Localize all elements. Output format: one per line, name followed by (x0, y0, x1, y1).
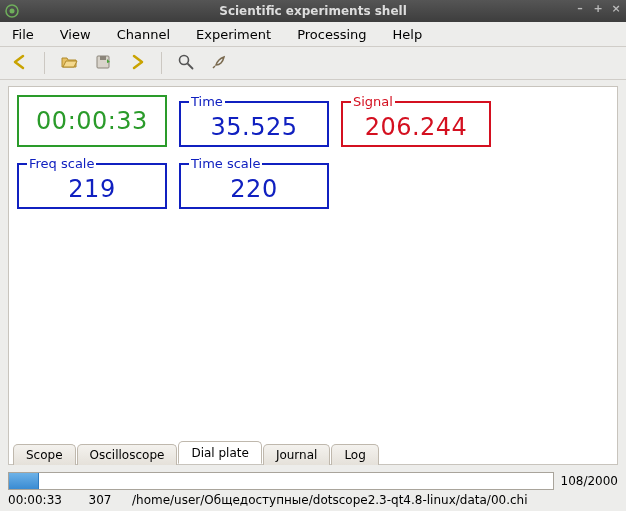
tab-log[interactable]: Log (331, 444, 378, 465)
readout-elapsed: 00:00:33 (17, 95, 167, 147)
readout-time-scale-label: Time scale (189, 157, 262, 170)
forward-button[interactable] (123, 49, 151, 77)
progress-bar[interactable] (8, 472, 554, 490)
readout-time-scale: Time scale 220 (179, 157, 329, 209)
zoom-icon (177, 53, 195, 74)
readout-time: Time 35.525 (179, 95, 329, 147)
minimize-button[interactable]: – (574, 2, 586, 15)
svg-point-4 (180, 55, 189, 64)
save-icon (94, 53, 112, 74)
menubar: File View Channel Experiment Processing … (0, 22, 626, 47)
app-icon (4, 3, 20, 19)
menu-processing[interactable]: Processing (291, 25, 372, 44)
readout-time-scale-value: 220 (230, 175, 277, 203)
readout-signal-value: 206.244 (365, 113, 468, 141)
menu-experiment[interactable]: Experiment (190, 25, 277, 44)
toolbar-separator (44, 52, 45, 74)
zoom-button[interactable] (172, 49, 200, 77)
readout-freq-scale-value: 219 (68, 175, 115, 203)
toolbar-separator (161, 52, 162, 74)
tab-oscilloscope[interactable]: Oscilloscope (77, 444, 178, 465)
tool-button[interactable] (206, 49, 234, 77)
maximize-button[interactable]: + (592, 2, 604, 15)
svg-line-5 (188, 64, 193, 69)
readout-freq-scale-label: Freq scale (27, 157, 96, 170)
svg-rect-3 (100, 56, 106, 60)
tool-icon (211, 53, 229, 74)
titlebar: Scientific experiments shell – + × (0, 0, 626, 22)
tab-scope[interactable]: Scope (13, 444, 76, 465)
readout-signal-label: Signal (351, 95, 395, 108)
progress-label: 108/2000 (560, 474, 618, 488)
content-panel: 00:00:33 Time 35.525 Signal 206.244 Freq… (8, 86, 618, 465)
progress-fill (9, 473, 39, 489)
readout-signal: Signal 206.244 (341, 95, 491, 147)
readout-freq-scale: Freq scale 219 (17, 157, 167, 209)
readout-time-value: 35.525 (211, 113, 298, 141)
tab-dial-plate[interactable]: Dial plate (178, 441, 261, 464)
back-button[interactable] (6, 49, 34, 77)
tabs: Scope Oscilloscope Dial plate Journal Lo… (9, 440, 617, 464)
readout-elapsed-value: 00:00:33 (36, 107, 148, 135)
svg-line-6 (213, 66, 215, 68)
back-icon (11, 53, 29, 74)
svg-point-1 (10, 9, 15, 14)
tab-journal[interactable]: Journal (263, 444, 331, 465)
app-window: Scientific experiments shell – + × File … (0, 0, 626, 511)
status-path: /home/user/Общедоступные/dotscope2.3-qt4… (126, 493, 624, 507)
menu-channel[interactable]: Channel (111, 25, 176, 44)
status-count: 307 (74, 493, 126, 507)
toolbar (0, 47, 626, 80)
menu-file[interactable]: File (6, 25, 40, 44)
statusbar: 00:00:33 307 /home/user/Общедоступные/do… (0, 491, 626, 511)
window-title: Scientific experiments shell (0, 4, 626, 18)
progress-row: 108/2000 (8, 471, 618, 491)
open-button[interactable] (55, 49, 83, 77)
menu-view[interactable]: View (54, 25, 97, 44)
menu-help[interactable]: Help (387, 25, 429, 44)
open-icon (60, 53, 78, 74)
close-button[interactable]: × (610, 2, 622, 15)
save-button[interactable] (89, 49, 117, 77)
forward-icon (128, 53, 146, 74)
status-time: 00:00:33 (2, 493, 74, 507)
dial-plate: 00:00:33 Time 35.525 Signal 206.244 Freq… (9, 87, 617, 217)
readout-time-label: Time (189, 95, 225, 108)
window-controls: – + × (574, 2, 622, 15)
